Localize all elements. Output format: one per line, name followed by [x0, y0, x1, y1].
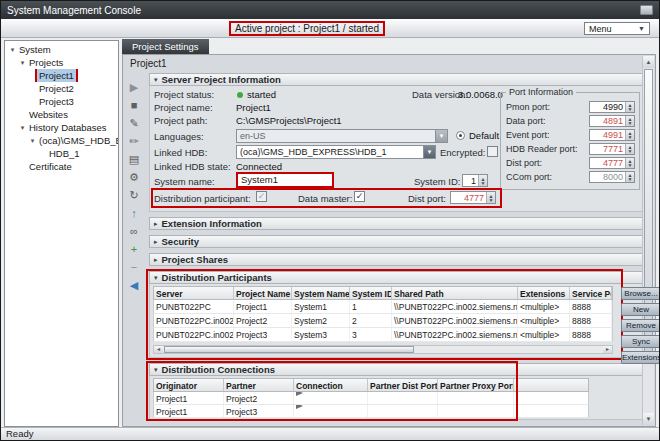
- tab-project-settings[interactable]: Project Settings: [122, 39, 209, 54]
- link-hdb-icon[interactable]: ∞: [127, 225, 141, 238]
- spinner-icon[interactable]: ▲▼: [486, 192, 495, 203]
- expander-icon[interactable]: ▾: [18, 56, 27, 69]
- restore-icon[interactable]: ↻: [127, 189, 141, 202]
- table-row[interactable]: Project1Project2: [153, 392, 589, 405]
- port-value-stepper[interactable]: 4891▲▼: [589, 115, 635, 127]
- tree-item-project3[interactable]: Project3: [5, 95, 118, 108]
- table-row[interactable]: PUNBT022PC.in002.siemeProject3System33\\…: [153, 328, 613, 342]
- port-value-stepper[interactable]: 8000▲▼: [589, 171, 635, 183]
- table-cell: System2: [292, 314, 350, 327]
- languages-value: en-US: [237, 131, 435, 141]
- languages-dropdown[interactable]: en-US ▼: [236, 129, 448, 143]
- table-row[interactable]: Project1Project3: [153, 405, 589, 418]
- section-distribution-participants[interactable]: ▾ Distribution Participants: [149, 271, 643, 284]
- table-cell: System1: [292, 300, 350, 313]
- add-icon[interactable]: +: [127, 243, 141, 256]
- system-id-stepper[interactable]: 1 ▲▼: [462, 174, 488, 187]
- spinner-icon[interactable]: ▲▼: [625, 130, 634, 140]
- tree-item-websites[interactable]: Websites: [5, 108, 118, 121]
- stop-project-icon[interactable]: ■: [127, 99, 141, 112]
- column-header-partner[interactable]: Partner: [224, 379, 294, 391]
- expander-down-icon[interactable]: ▾: [154, 366, 158, 374]
- settings-icon[interactable]: ⚙: [127, 171, 141, 184]
- table-row[interactable]: PUNBT022PCProject1System11\\PUNBT022PC.i…: [153, 300, 613, 314]
- section-project-shares[interactable]: ▸ Project Shares: [149, 253, 643, 266]
- spinner-icon[interactable]: ▲▼: [625, 144, 634, 154]
- tree-item-project1[interactable]: Project1: [5, 69, 118, 82]
- chevron-down-icon[interactable]: ▼: [435, 130, 447, 142]
- column-header-extensions[interactable]: Extensions: [518, 287, 570, 299]
- port-value-stepper[interactable]: 7771▲▼: [589, 143, 635, 155]
- section-distribution-connections[interactable]: ▾ Distribution Connections: [149, 363, 643, 376]
- distribution-participant-checkbox[interactable]: ✓: [256, 191, 267, 202]
- tree-item-project2[interactable]: Project2: [5, 82, 118, 95]
- column-header-service-po[interactable]: Service Po: [570, 287, 612, 299]
- system-name-input[interactable]: System1: [236, 172, 334, 188]
- app-menu-icon[interactable]: [640, 5, 653, 15]
- column-header-connection[interactable]: Connection: [294, 379, 368, 391]
- save-project-icon[interactable]: ▤: [127, 153, 141, 166]
- encrypted-checkbox[interactable]: [487, 146, 498, 157]
- linked-hdb-dropdown[interactable]: (oca)\GMS_HDB_EXPRESS\HDB_1 ▼: [236, 145, 436, 159]
- extensions-button[interactable]: Extensions: [621, 351, 660, 364]
- upgrade-icon[interactable]: ↑: [127, 207, 141, 220]
- expander-icon[interactable]: ▾: [28, 134, 37, 147]
- column-header-partner-proxy-port[interactable]: Partner Proxy Port: [438, 379, 514, 391]
- data-master-checkbox[interactable]: ✓: [354, 191, 365, 202]
- table-row[interactable]: PUNBT022PC.in002.siemeProject2System22\\…: [153, 314, 613, 328]
- rename-project-icon[interactable]: ✏: [127, 135, 141, 148]
- spinner-icon[interactable]: ▲▼: [625, 172, 634, 182]
- remove-button[interactable]: Remove: [621, 319, 660, 332]
- tree-item-certificate[interactable]: Certificate: [5, 160, 118, 173]
- expander-down-icon[interactable]: ▾: [154, 274, 158, 282]
- expander-icon[interactable]: ▾: [8, 43, 17, 56]
- tree-item-history-databases[interactable]: ▾History Databases: [5, 121, 118, 134]
- tree-item-projects[interactable]: ▾Projects: [5, 56, 118, 69]
- spinner-icon[interactable]: ▲▼: [478, 175, 487, 186]
- spinner-icon[interactable]: ▲▼: [625, 158, 634, 168]
- scroll-down-icon[interactable]: ▼: [643, 413, 654, 425]
- scroll-up-icon[interactable]: ▲: [643, 56, 654, 68]
- edit-project-icon[interactable]: ✎: [127, 117, 141, 130]
- expander-right-icon[interactable]: ▸: [154, 238, 158, 246]
- spinner-icon[interactable]: ▲▼: [625, 116, 634, 126]
- scrollbar-thumb[interactable]: [164, 346, 414, 353]
- vertical-scrollbar[interactable]: ▲ ▼: [642, 56, 654, 425]
- tree-item-system[interactable]: ▾System: [5, 43, 118, 56]
- column-header-partner-dist-port[interactable]: Partner Dist Port: [368, 379, 438, 391]
- column-header-project-name[interactable]: Project Name: [234, 287, 292, 299]
- expander-icon[interactable]: ▾: [18, 121, 27, 134]
- scroll-left-icon[interactable]: ◂: [154, 346, 163, 353]
- port-value-stepper[interactable]: 4777▲▼: [589, 157, 635, 169]
- back-icon[interactable]: ◀: [127, 279, 141, 292]
- system-name-label: System name:: [154, 176, 215, 187]
- expander-down-icon[interactable]: ▾: [154, 76, 158, 84]
- start-project-icon[interactable]: ▶: [127, 81, 141, 94]
- horizontal-scrollbar[interactable]: ◂ ▸: [153, 345, 613, 354]
- table-header-row: ServerProject NameSystem NameSystem IDSh…: [153, 286, 613, 300]
- column-header-server[interactable]: Server: [154, 287, 234, 299]
- section-security[interactable]: ▸ Security: [149, 235, 643, 248]
- scroll-right-icon[interactable]: ▸: [603, 346, 612, 353]
- browse-button[interactable]: Browse...: [621, 287, 660, 300]
- new-button[interactable]: New: [621, 303, 660, 316]
- section-server-project-information[interactable]: ▾ Server Project Information: [149, 73, 643, 86]
- remove-icon[interactable]: −: [127, 261, 141, 274]
- expander-right-icon[interactable]: ▸: [154, 256, 158, 264]
- chevron-down-icon[interactable]: ▼: [423, 146, 435, 158]
- default-language-radio[interactable]: [456, 131, 465, 140]
- menu-dropdown[interactable]: Menu ▼: [584, 22, 650, 35]
- section-extension-information[interactable]: ▸ Extension Information: [149, 217, 643, 230]
- column-header-shared-path[interactable]: Shared Path: [392, 287, 518, 299]
- sync-button[interactable]: Sync: [621, 335, 660, 348]
- spinner-icon[interactable]: ▲▼: [625, 102, 634, 112]
- expander-right-icon[interactable]: ▸: [154, 220, 158, 228]
- port-value-stepper[interactable]: 4991▲▼: [589, 129, 635, 141]
- tree-item-oca-gms-hdb-express[interactable]: ▾(oca)\GMS_HDB_EXPRESS: [5, 134, 118, 147]
- column-header-originator[interactable]: Originator: [154, 379, 224, 391]
- column-header-system-name[interactable]: System Name: [292, 287, 350, 299]
- tree-item-hdb-1[interactable]: HDB_1: [5, 147, 118, 160]
- dist-port-stepper[interactable]: 4777 ▲▼: [450, 191, 496, 204]
- column-header-system-id[interactable]: System ID: [350, 287, 392, 299]
- port-value-stepper[interactable]: 4990▲▼: [589, 101, 635, 113]
